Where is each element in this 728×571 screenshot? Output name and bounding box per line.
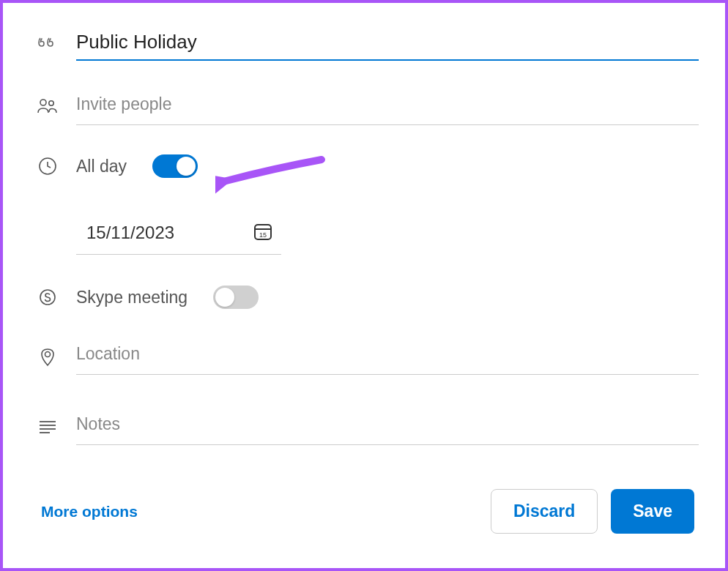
location-pin-icon	[37, 346, 59, 367]
skype-meeting-label: Skype meeting	[76, 288, 187, 307]
all-day-label: All day	[76, 157, 127, 176]
quote-icon	[37, 36, 59, 51]
clock-icon	[37, 157, 59, 176]
more-options-link[interactable]: More options	[41, 503, 138, 520]
date-picker[interactable]: 15/11/2023 15	[76, 214, 281, 255]
svg-point-1	[49, 101, 53, 105]
all-day-toggle[interactable]	[152, 154, 198, 178]
people-icon	[37, 97, 59, 115]
skype-icon	[37, 288, 59, 307]
event-title-input[interactable]	[76, 25, 699, 61]
notes-input[interactable]: Notes	[76, 408, 699, 445]
svg-text:15: 15	[259, 231, 267, 239]
svg-point-7	[45, 352, 51, 357]
discard-button[interactable]: Discard	[491, 489, 598, 534]
date-value: 15/11/2023	[86, 223, 174, 243]
invite-people-input[interactable]: Invite people	[76, 87, 699, 125]
skype-meeting-toggle[interactable]	[213, 286, 259, 309]
calendar-icon: 15	[252, 220, 274, 245]
notes-lines-icon	[37, 419, 59, 434]
svg-point-0	[40, 100, 46, 105]
save-button[interactable]: Save	[611, 489, 694, 534]
location-input[interactable]: Location	[76, 338, 699, 375]
